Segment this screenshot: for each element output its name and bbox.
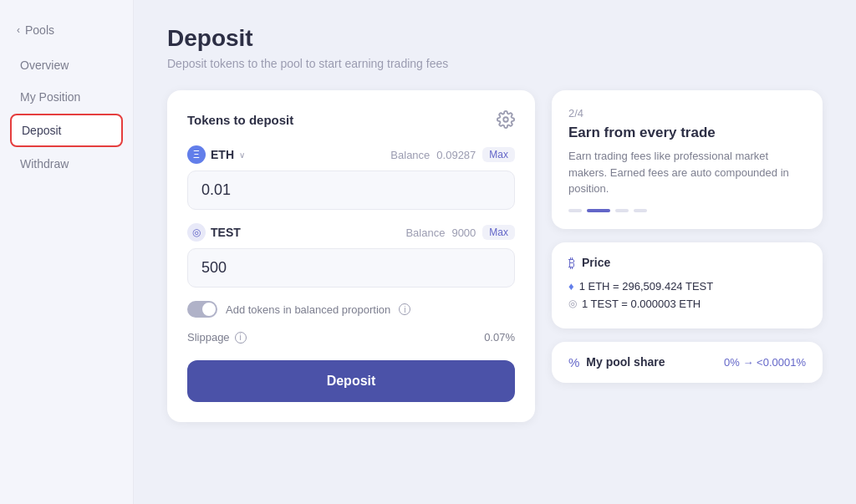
- step-indicator: 2/4: [568, 107, 806, 120]
- eth-symbol: ETH: [211, 148, 234, 161]
- sidebar: ‹ Pools Overview My Position Deposit Wit…: [0, 0, 134, 504]
- eth-token-row: Ξ ETH ∨ Balance 0.09287 Max: [187, 145, 515, 210]
- price-card-header: ₿ Price: [568, 256, 806, 270]
- deposit-card: Tokens to deposit Ξ ETH ∨ Balance 0.: [167, 90, 535, 422]
- settings-icon[interactable]: [497, 110, 515, 129]
- eth-label-row: Ξ ETH ∨ Balance 0.09287 Max: [187, 145, 515, 164]
- eth-price-value: 1 ETH = 296,509.424 TEST: [579, 280, 714, 293]
- slippage-info-icon[interactable]: i: [235, 332, 247, 344]
- deposit-button[interactable]: Deposit: [187, 360, 515, 402]
- slippage-row: Slippage i 0.07%: [187, 331, 515, 344]
- pool-share-label: My pool share: [586, 355, 665, 369]
- toggle-info-icon[interactable]: i: [399, 303, 410, 315]
- eth-max-button[interactable]: Max: [482, 147, 515, 162]
- price-card-title: Price: [582, 256, 610, 269]
- page-subtitle: Deposit tokens to the pool to start earn…: [167, 57, 823, 70]
- card-header: Tokens to deposit: [187, 110, 515, 129]
- earn-info-card: 2/4 Earn from every trade Earn trading f…: [552, 90, 823, 229]
- eth-price-item: ♦ 1 ETH = 296,509.424 TEST: [568, 280, 806, 293]
- pool-share-left: % My pool share: [568, 355, 665, 369]
- eth-balance-value: 0.09287: [436, 149, 476, 161]
- progress-dot-4: [634, 209, 647, 212]
- test-price-icon: ◎: [568, 298, 577, 309]
- svg-point-0: [503, 117, 508, 122]
- balanced-proportion-toggle[interactable]: [187, 301, 217, 318]
- pool-share-value: 0% → <0.0001%: [724, 356, 806, 369]
- test-token-selector[interactable]: ◎ TEST: [187, 223, 241, 242]
- eth-price-icon: ♦: [568, 280, 574, 293]
- earn-card-title: Earn from every trade: [568, 125, 806, 141]
- toggle-knob: [202, 303, 216, 316]
- test-amount-input[interactable]: [187, 248, 515, 288]
- slippage-label: Slippage i: [187, 331, 247, 344]
- eth-chevron-icon: ∨: [239, 150, 245, 160]
- test-balance-value: 9000: [451, 227, 476, 239]
- earn-card-description: Earn trading fees like professional mark…: [568, 148, 806, 197]
- back-label: Pools: [25, 23, 54, 37]
- test-token-row: ◎ TEST Balance 9000 Max: [187, 223, 515, 288]
- eth-balance-row: Balance 0.09287 Max: [390, 147, 515, 162]
- back-button[interactable]: ‹ Pools: [0, 17, 133, 50]
- test-balance-row: Balance 9000 Max: [405, 225, 515, 240]
- test-label-row: ◎ TEST Balance 9000 Max: [187, 223, 515, 242]
- sidebar-nav: Overview My Position Deposit Withdraw: [0, 50, 133, 179]
- test-price-value: 1 TEST = 0.000003 ETH: [582, 298, 701, 310]
- sidebar-item-overview[interactable]: Overview: [10, 50, 123, 80]
- percent-icon: %: [568, 355, 579, 369]
- progress-dots: [568, 209, 806, 212]
- eth-token-selector[interactable]: Ξ ETH ∨: [187, 145, 245, 164]
- test-price-item: ◎ 1 TEST = 0.000003 ETH: [568, 298, 806, 310]
- sidebar-item-withdraw[interactable]: Withdraw: [10, 149, 123, 179]
- tokens-to-deposit-label: Tokens to deposit: [187, 113, 293, 127]
- test-max-button[interactable]: Max: [482, 225, 515, 240]
- sidebar-item-my-position[interactable]: My Position: [10, 82, 123, 112]
- price-card: ₿ Price ♦ 1 ETH = 296,509.424 TEST ◎ 1 T…: [552, 242, 823, 328]
- eth-balance-label: Balance: [390, 149, 430, 161]
- eth-amount-input[interactable]: [187, 171, 515, 210]
- content-row: Tokens to deposit Ξ ETH ∨ Balance 0.: [167, 90, 823, 422]
- main-content: Deposit Deposit tokens to the pool to st…: [134, 0, 856, 504]
- test-icon: ◎: [187, 223, 206, 242]
- bitcoin-icon: ₿: [568, 256, 575, 270]
- slippage-value: 0.07%: [484, 331, 515, 344]
- back-chevron-icon: ‹: [17, 24, 20, 36]
- page-title: Deposit: [167, 25, 823, 52]
- progress-dot-2: [587, 209, 610, 212]
- pool-share-card: % My pool share 0% → <0.0001%: [552, 342, 823, 383]
- balanced-proportion-toggle-row: Add tokens in balanced proportion i: [187, 301, 515, 318]
- sidebar-item-deposit[interactable]: Deposit: [10, 114, 123, 147]
- test-symbol: TEST: [211, 226, 241, 239]
- progress-dot-3: [615, 209, 629, 212]
- test-balance-label: Balance: [405, 227, 445, 239]
- progress-dot-1: [568, 209, 582, 212]
- right-column: 2/4 Earn from every trade Earn trading f…: [552, 90, 823, 383]
- eth-icon: Ξ: [187, 145, 206, 164]
- balanced-proportion-label: Add tokens in balanced proportion: [226, 303, 390, 316]
